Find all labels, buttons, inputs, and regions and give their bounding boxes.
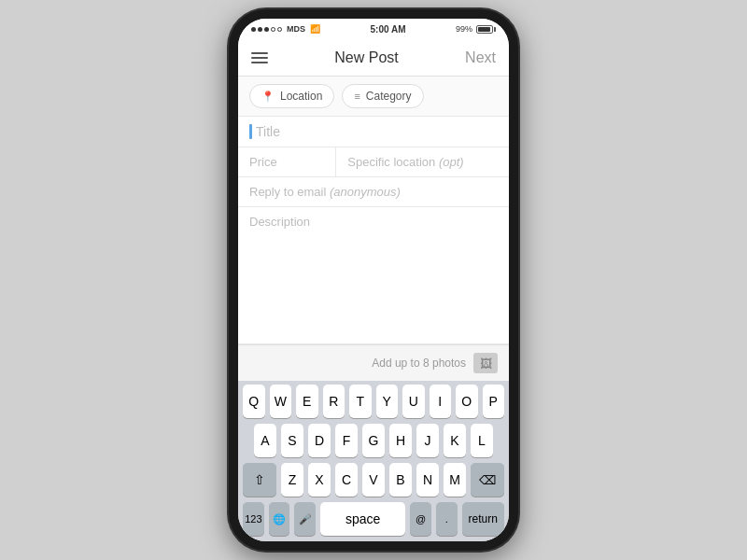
location-icon: 📍	[261, 91, 275, 103]
key-k[interactable]: K	[444, 424, 466, 457]
signal-dot-1	[251, 27, 256, 32]
key-p[interactable]: P	[483, 385, 505, 418]
specific-location-opt: (opt)	[439, 155, 464, 169]
delete-icon: ⌫	[479, 473, 496, 487]
signal-dot-4	[271, 27, 275, 32]
title-field[interactable]: Title	[256, 124, 498, 139]
price-location-row: Price Specific location (opt)	[238, 147, 509, 177]
description-field[interactable]: Description	[238, 207, 509, 344]
shift-key[interactable]: ⇧	[243, 463, 276, 497]
key-m[interactable]: M	[444, 463, 466, 497]
email-row[interactable]: Reply to email (anonymous)	[238, 177, 509, 207]
email-anon: (anonymous)	[330, 185, 401, 199]
key-v[interactable]: V	[362, 463, 385, 497]
key-e[interactable]: E	[296, 385, 318, 418]
key-g[interactable]: G	[362, 424, 385, 457]
specific-location-label: Specific location	[347, 155, 435, 169]
page-title: New Post	[334, 49, 398, 66]
photos-row: Add up to 8 photos 🖼	[238, 344, 509, 381]
numbers-key[interactable]: 123	[243, 502, 264, 536]
signal-dot-5	[277, 27, 282, 32]
battery-fill	[478, 27, 490, 32]
return-key[interactable]: return	[462, 502, 504, 536]
photo-icon[interactable]: 🖼	[473, 353, 498, 373]
status-left: MDS 📶	[251, 24, 320, 34]
key-f[interactable]: F	[335, 424, 358, 457]
mic-key[interactable]: 🎤	[294, 502, 316, 536]
signal-dots	[251, 27, 282, 32]
title-row: Title	[238, 117, 509, 147]
signal-dot-2	[258, 27, 262, 32]
key-c[interactable]: C	[335, 463, 358, 497]
keyboard: Q W E R T Y U I O P A S D F G H J K	[238, 381, 509, 541]
location-label: Location	[280, 90, 322, 103]
key-n[interactable]: N	[416, 463, 439, 497]
key-w[interactable]: W	[270, 385, 292, 418]
status-right: 99%	[456, 24, 496, 34]
keyboard-row-2: A S D F G H J K L	[238, 420, 509, 459]
carrier-label: MDS	[287, 24, 305, 34]
space-key[interactable]: space	[320, 502, 405, 536]
location-tag[interactable]: 📍 Location	[249, 84, 334, 108]
key-a[interactable]: A	[254, 424, 276, 457]
keyboard-row-1: Q W E R T Y U I O P	[238, 381, 509, 420]
hamburger-line-3	[251, 62, 268, 63]
menu-button[interactable]	[251, 52, 268, 63]
signal-dot-3	[264, 27, 269, 32]
at-key[interactable]: @	[410, 502, 431, 536]
hamburger-line-1	[251, 52, 268, 54]
title-cursor	[249, 124, 252, 139]
photos-label: Add up to 8 photos	[372, 357, 466, 370]
key-l[interactable]: L	[471, 424, 493, 457]
keyboard-row-3: ⇧ Z X C V B N M ⌫	[238, 459, 509, 498]
key-q[interactable]: Q	[243, 385, 265, 418]
battery-body	[476, 25, 493, 34]
key-z[interactable]: Z	[281, 463, 303, 497]
key-x[interactable]: X	[308, 463, 331, 497]
delete-key[interactable]: ⌫	[471, 463, 504, 497]
period-key[interactable]: .	[436, 502, 458, 536]
phone-screen: MDS 📶 5:00 AM 99% New Post	[238, 19, 509, 541]
key-s[interactable]: S	[281, 424, 303, 457]
key-y[interactable]: Y	[376, 385, 399, 418]
email-placeholder: Reply to email	[249, 185, 326, 199]
specific-location-field[interactable]: Specific location (opt)	[336, 147, 509, 176]
shift-icon: ⇧	[254, 472, 265, 487]
photo-symbol: 🖼	[480, 357, 492, 371]
key-b[interactable]: B	[389, 463, 412, 497]
key-d[interactable]: D	[308, 424, 331, 457]
hamburger-line-2	[251, 57, 268, 59]
key-r[interactable]: R	[323, 385, 345, 418]
key-u[interactable]: U	[402, 385, 425, 418]
nav-bar: New Post Next	[238, 39, 509, 77]
wifi-icon: 📶	[310, 24, 320, 34]
price-field[interactable]: Price	[238, 147, 336, 176]
battery-indicator	[476, 25, 496, 34]
category-tag[interactable]: ≡ Category	[342, 84, 423, 108]
category-icon: ≡	[354, 91, 359, 102]
category-label: Category	[366, 90, 412, 103]
key-o[interactable]: O	[456, 385, 478, 418]
key-t[interactable]: T	[349, 385, 372, 418]
keyboard-bottom-row: 123 🌐 🎤 space @ . return	[238, 498, 509, 541]
globe-key[interactable]: 🌐	[269, 502, 290, 536]
form-area: 📍 Location ≡ Category Title Price Specif…	[238, 77, 509, 381]
key-j[interactable]: J	[416, 424, 439, 457]
status-bar: MDS 📶 5:00 AM 99%	[238, 19, 509, 39]
phone-device: MDS 📶 5:00 AM 99% New Post	[229, 9, 518, 551]
next-button[interactable]: Next	[465, 49, 496, 66]
key-i[interactable]: I	[430, 385, 452, 418]
key-h[interactable]: H	[389, 424, 412, 457]
tag-row: 📍 Location ≡ Category	[238, 77, 509, 117]
battery-pct: 99%	[456, 24, 472, 34]
battery-tip	[494, 27, 496, 32]
status-time: 5:00 AM	[371, 24, 406, 35]
